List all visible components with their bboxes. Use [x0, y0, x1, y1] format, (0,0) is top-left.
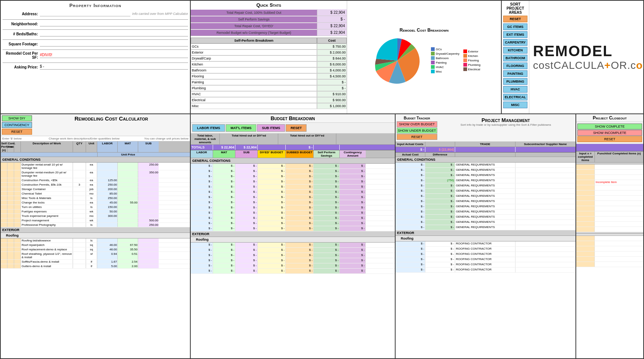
- asking-price-input[interactable]: $ -: [40, 64, 188, 70]
- qs-grid-row-label: Drywall/Carp: [191, 55, 317, 61]
- qs-grid-row-label: Bathroom: [191, 67, 317, 73]
- col-contingency-item: Cont. Item: [7, 141, 14, 152]
- qs-grid-row-value: $ 844.00: [317, 55, 347, 61]
- address-note: Info carried over from MPP Calculator: [132, 12, 188, 16]
- qs-row-4-value: $ 22,904: [317, 29, 347, 36]
- gc-items-button[interactable]: GC ITEMS: [503, 23, 527, 30]
- show-over-budget-button[interactable]: SHOW OVER BUDGET: [397, 121, 437, 127]
- bb-ext-row: $ -$ -$ -$ -$ -$ -$ -: [191, 248, 395, 253]
- pc-row: [576, 201, 643, 206]
- bathroom-button[interactable]: BATHROOM: [503, 55, 527, 61]
- hvac-button[interactable]: HVAC: [503, 86, 527, 93]
- bb-ext-header: EXTERIOR: [191, 231, 395, 237]
- show-complete-button[interactable]: SHOW COMPLETE: [577, 124, 642, 129]
- pc-reset-button[interactable]: RESET: [577, 136, 642, 142]
- table-row: Gutters-demo & installlf5.002.00: [1, 264, 190, 269]
- qs-row-2-label: Self Perform Savings: [191, 16, 317, 22]
- neighborhood-input[interactable]: [40, 21, 188, 26]
- electrical-button[interactable]: ELECTRICAL: [503, 94, 527, 100]
- table-row: Project managementwk500.00: [1, 218, 190, 223]
- col-qty: QTY: [73, 141, 86, 152]
- plumbing-button[interactable]: PLUMBING: [503, 78, 527, 85]
- flooring-button[interactable]: FLOORING: [503, 62, 527, 69]
- kitchen-button[interactable]: KITCHEN: [503, 47, 527, 54]
- qs-grid-row-label: Painting: [191, 79, 317, 85]
- ext-items-button[interactable]: EXT ITEMS: [503, 31, 527, 38]
- sqft-input[interactable]: [40, 41, 188, 47]
- qs-row-2-value: $ -: [317, 16, 347, 22]
- remodel-cost-input[interactable]: #DIV/0!: [40, 53, 188, 58]
- bb-table-row: $ -$ -$ -$ -$ -$ -$ -: [191, 169, 395, 174]
- pm-row: $ -$ -GENERAL REQUIREMENTS: [396, 225, 575, 230]
- labor-items-tab[interactable]: LABOR ITEMS: [192, 124, 225, 132]
- bb-table-row: $ -$ -$ -$ -$ -$ -$ -: [191, 221, 395, 226]
- sub-items-tab[interactable]: SUB ITEMS: [257, 124, 285, 132]
- qs-grid-row-value: $ 4,500.00: [317, 73, 347, 79]
- totals-v5: [314, 145, 340, 150]
- input-actual-costs-header: Input Actual Costs: [396, 142, 425, 147]
- qs-grid-row-value: $ 900.00: [317, 97, 347, 103]
- table-row: Professional Photographyls250.00: [1, 223, 190, 227]
- totals-v3: [258, 145, 286, 150]
- pc-col-punchlist: Punchlist/ Completed Items (x): [595, 151, 643, 162]
- pm-row: $ -$ -GENERAL REQUIREMENTS: [396, 215, 575, 220]
- misc-button[interactable]: MISC: [503, 102, 527, 108]
- bb-ext-row: $ -$ -$ -$ -$ -$ -$ -: [191, 263, 395, 269]
- legend-bathroom: Bathroom: [431, 56, 460, 60]
- qs-grid-row-value: $ 4,000.00: [317, 67, 347, 73]
- qs-grid-row-label: Plumbing: [191, 85, 317, 91]
- pc-row: [576, 206, 643, 211]
- matl-items-tab[interactable]: MAT'L ITEMS: [226, 124, 256, 132]
- budget-reset-tab[interactable]: RESET: [286, 124, 307, 132]
- col-unit: Unit: [86, 141, 97, 152]
- table-row: Dumpster rental-medium 20 yd w/ tonnage …: [1, 170, 190, 178]
- address-label: Address:: [3, 12, 40, 16]
- show-incomplete-button[interactable]: SHOW INCOMPLETE: [577, 130, 642, 136]
- carpentry-button[interactable]: CARPENTRY: [503, 39, 527, 46]
- pc-row: [576, 196, 643, 201]
- col-desc-blank: [14, 141, 21, 152]
- section-header: GENERAL CONDITIONS: [1, 157, 190, 163]
- bb-table-row: $ -$ -$ -$ -$ -$ -$ -: [191, 164, 395, 169]
- contingency-button[interactable]: CONTINGENCY: [2, 122, 32, 128]
- address-input[interactable]: [40, 11, 130, 16]
- table-row: Change the locksea45.0055.00: [1, 201, 190, 205]
- asking-price-label: Asking Price:: [3, 65, 40, 69]
- qs-grid-row-value: $ 910.00: [317, 91, 347, 97]
- reset-sort-button[interactable]: RESET: [503, 16, 527, 22]
- sqft-label: Square Footage:: [3, 42, 40, 46]
- beds-baths-input[interactable]: [40, 31, 188, 36]
- painting-button[interactable]: PAINTING: [503, 70, 527, 77]
- legend-drywall: Drywall/Carpentry: [431, 52, 460, 55]
- bb-table-row: $ -$ -$ -$ -$ -$ -$ -: [191, 195, 395, 200]
- bb-col-diyed: DIYED' BUDGET: [258, 150, 286, 158]
- bb-blank: [336, 134, 395, 144]
- budget-tracker-reset-button[interactable]: RESET: [397, 134, 437, 140]
- pc-row: [576, 190, 643, 196]
- logo-area: REMODEL costCALCULA+OR.com: [529, 1, 644, 113]
- pie-chart: [368, 35, 427, 87]
- qs-grid-row-label: GCs: [191, 44, 317, 49]
- sort-panel: SORT PROJECT AREAS RESET GC ITEMS EXT IT…: [502, 1, 529, 113]
- show-diy-button[interactable]: SHOW DIY: [2, 115, 32, 121]
- qs-grid-row-value: $ 2,000.00: [317, 49, 347, 55]
- pm-row: $ -$ -GENERAL REQUIREMENTS: [396, 204, 575, 209]
- bb-ext-row: $ -$ -$ -$ -$ -$ -$ -: [191, 243, 395, 248]
- rcc-subtext1: Enter '$' below: [2, 137, 25, 140]
- table-row: Roof sheathing, plywood 1/2", remove & i…: [1, 252, 190, 260]
- budget-title: Budget Breakdown: [191, 114, 395, 123]
- pm-row: $ -$ -ROOFING CONTRACTOR: [396, 267, 575, 273]
- incomplete-item-label: Incomplete Item: [595, 180, 643, 185]
- table-row: Soffits/Fascia-demo & installlf1.672.54: [1, 260, 190, 264]
- qs-grid-row-label: HVAC: [191, 91, 317, 97]
- logo-line1: REMODEL: [533, 43, 644, 60]
- sort-title: SORT PROJECT AREAS: [503, 2, 527, 15]
- rcc-reset-button[interactable]: RESET: [2, 129, 32, 135]
- bb-section-header: GENERAL CONDITIONS: [191, 158, 395, 164]
- pm-title: Project Management: [439, 117, 572, 123]
- show-under-budget-button[interactable]: SHOW UNDER BUDGET: [397, 128, 437, 134]
- qs-grid-row-value: $ -: [317, 79, 347, 85]
- pc-row: [576, 227, 643, 232]
- qs-grid-row-label: Flooring: [191, 73, 317, 79]
- pm-ext-section: EXTERIOR: [396, 230, 575, 236]
